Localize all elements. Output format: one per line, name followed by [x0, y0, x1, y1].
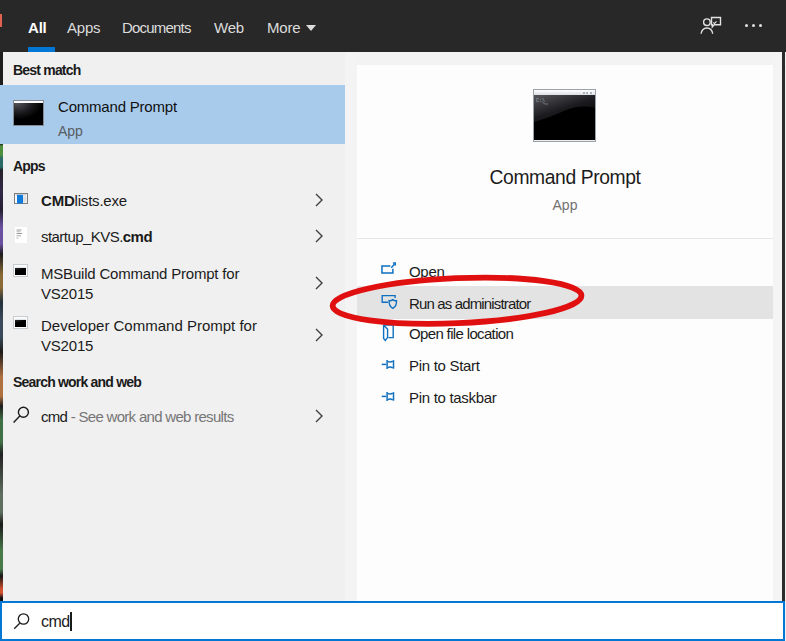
svg-text:C:\: C:\ — [536, 98, 545, 104]
